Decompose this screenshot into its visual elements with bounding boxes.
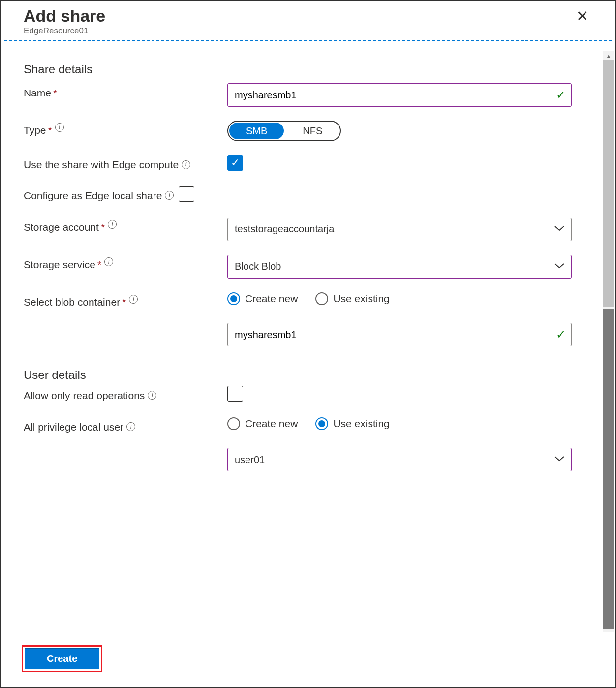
info-icon[interactable]: i — [182, 160, 190, 169]
storage-service-value: Block Blob — [235, 261, 281, 272]
type-label: Type — [24, 124, 46, 137]
user-details-heading: User details — [24, 368, 592, 382]
panel-subtitle: EdgeResource01 — [24, 26, 105, 36]
required-indicator: * — [48, 124, 52, 137]
user-use-existing-label: Use existing — [333, 418, 389, 430]
edge-compute-label: Use the share with Edge compute — [24, 158, 179, 172]
user-create-new-radio[interactable]: Create new — [227, 417, 298, 430]
user-use-existing-radio[interactable]: Use existing — [315, 417, 389, 430]
edge-local-label: Configure as Edge local share — [24, 189, 162, 203]
storage-service-label: Storage service — [24, 258, 95, 272]
close-icon[interactable]: ✕ — [572, 7, 592, 26]
storage-account-value: teststorageaccountarja — [235, 223, 334, 235]
required-indicator: * — [122, 295, 126, 309]
scrollbar[interactable]: ▲ ▼ — [603, 51, 614, 638]
privilege-user-label: All privilege local user — [24, 420, 123, 434]
privilege-user-value: user01 — [235, 454, 265, 466]
read-only-label: Allow only read operations — [24, 389, 145, 403]
user-create-new-label: Create new — [245, 418, 298, 430]
blob-use-existing-label: Use existing — [333, 293, 389, 305]
scrollbar-thumb[interactable] — [603, 60, 614, 307]
blob-use-existing-radio[interactable]: Use existing — [315, 292, 389, 305]
info-icon[interactable]: i — [129, 295, 138, 304]
blob-create-new-radio[interactable]: Create new — [227, 292, 298, 305]
storage-service-select[interactable]: Block Blob — [227, 255, 572, 279]
info-icon[interactable]: i — [104, 257, 113, 266]
panel-title: Add share — [24, 7, 105, 25]
type-option-smb[interactable]: SMB — [229, 123, 284, 139]
required-indicator: * — [53, 86, 57, 100]
info-icon[interactable]: i — [148, 391, 156, 400]
info-icon[interactable]: i — [126, 422, 135, 431]
name-label: Name — [24, 86, 51, 100]
blob-container-input[interactable] — [227, 323, 572, 346]
storage-account-label: Storage account — [24, 220, 99, 234]
blob-container-label: Select blob container — [24, 295, 120, 309]
create-button[interactable]: Create — [25, 648, 99, 669]
storage-account-select[interactable]: teststorageaccountarja — [227, 218, 572, 241]
share-details-heading: Share details — [24, 63, 592, 76]
info-icon[interactable]: i — [55, 123, 64, 132]
type-toggle[interactable]: SMB NFS — [227, 121, 341, 141]
scroll-up-icon[interactable]: ▲ — [603, 51, 614, 60]
edge-compute-checkbox[interactable]: ✓ — [227, 155, 243, 171]
info-icon[interactable]: i — [108, 220, 117, 229]
create-button-highlight: Create — [22, 645, 102, 672]
read-only-checkbox[interactable] — [227, 386, 243, 402]
type-option-nfs[interactable]: NFS — [285, 122, 340, 140]
blob-create-new-label: Create new — [245, 293, 298, 305]
privilege-user-select[interactable]: user01 — [227, 448, 572, 471]
info-icon[interactable]: i — [165, 191, 174, 200]
scrollbar-thumb[interactable] — [603, 309, 614, 629]
required-indicator: * — [97, 258, 101, 272]
required-indicator: * — [101, 220, 105, 234]
name-input[interactable] — [227, 83, 572, 107]
edge-local-checkbox[interactable] — [179, 186, 194, 202]
